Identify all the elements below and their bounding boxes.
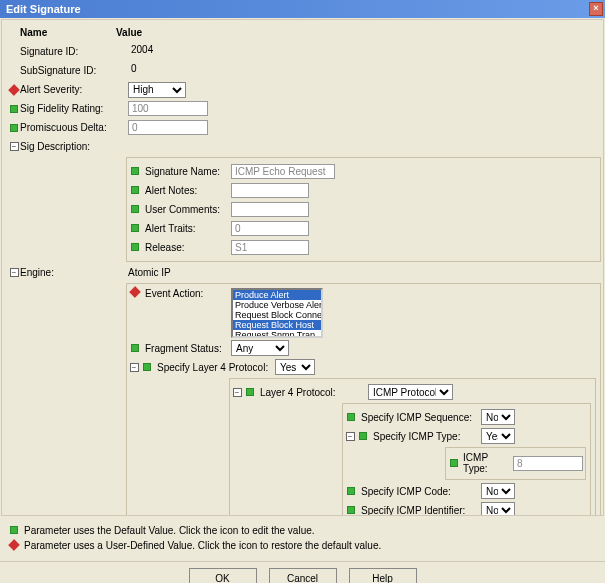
marker-default-icon[interactable] xyxy=(448,459,459,467)
marker-default-icon[interactable] xyxy=(345,506,357,514)
marker-user-icon xyxy=(8,541,20,549)
scroll-area[interactable]: Name Value Signature ID: 2004 SubSignatu… xyxy=(2,20,603,516)
input-icmp-type-value[interactable] xyxy=(513,456,583,471)
row-alert-notes: Alert Notes: xyxy=(129,181,598,199)
legend-user-text: Parameter uses a User-Defined Value. Cli… xyxy=(24,540,381,551)
value-signature-id: 2004 xyxy=(128,44,156,59)
marker-default-icon[interactable] xyxy=(129,224,141,232)
label-layer4-protocol: Layer 4 Protocol: xyxy=(260,387,368,398)
label-signature-name: Signature Name: xyxy=(145,166,231,177)
row-signature-name: Signature Name: xyxy=(129,162,598,180)
col-value: Value xyxy=(116,27,142,38)
marker-default-icon[interactable] xyxy=(129,243,141,251)
select-icmp-type[interactable]: Yes xyxy=(481,428,515,444)
row-l4-protocol: − Specify Layer 4 Protocol: Yes xyxy=(129,358,598,376)
value-subsignature-id: 0 xyxy=(128,63,140,78)
row-release: Release: xyxy=(129,238,598,256)
toggle-layer4-protocol[interactable]: − xyxy=(232,388,242,397)
marker-default-icon[interactable] xyxy=(357,432,369,440)
marker-default-icon[interactable] xyxy=(244,388,256,396)
column-header: Name Value xyxy=(8,24,603,43)
input-release[interactable] xyxy=(231,240,309,255)
help-button[interactable]: Help xyxy=(349,568,417,583)
select-l4-protocol[interactable]: Yes xyxy=(275,359,315,375)
legend-default-text: Parameter uses the Default Value. Click … xyxy=(24,525,315,536)
box-l4-protocol: − Layer 4 Protocol: ICMP Protocol Specif… xyxy=(229,378,596,516)
window-title: Edit Signature xyxy=(6,3,81,15)
label-alert-notes: Alert Notes: xyxy=(145,185,231,196)
ok-button[interactable]: OK xyxy=(189,568,257,583)
row-engine: − Engine: Atomic IP xyxy=(8,264,603,281)
label-event-action: Event Action: xyxy=(145,288,231,299)
legend: Parameter uses the Default Value. Click … xyxy=(0,517,605,559)
select-icmp-identifier[interactable]: No xyxy=(481,502,515,516)
label-alert-traits: Alert Traits: xyxy=(145,223,231,234)
row-icmp-code: Specify ICMP Code: No xyxy=(345,482,588,500)
row-fragment-status: Fragment Status: Any xyxy=(129,339,598,357)
list-item[interactable]: Produce Alert xyxy=(233,290,321,300)
input-alert-traits[interactable] xyxy=(231,221,309,236)
list-item[interactable]: Request Snmp Trap xyxy=(233,330,321,338)
label-subsignature-id: SubSignature ID: xyxy=(20,65,128,76)
label-release: Release: xyxy=(145,242,231,253)
list-item[interactable]: Request Block Connection xyxy=(233,310,321,320)
label-sfr: Sig Fidelity Rating: xyxy=(20,103,128,114)
label-icmp-sequence: Specify ICMP Sequence: xyxy=(361,412,481,423)
label-icmp-type-value: ICMP Type: xyxy=(463,452,513,474)
input-alert-notes[interactable] xyxy=(231,183,309,198)
input-sfr[interactable] xyxy=(128,101,208,116)
marker-default-icon[interactable] xyxy=(129,344,141,352)
marker-user-icon[interactable] xyxy=(129,288,141,296)
marker-default-icon[interactable] xyxy=(141,363,153,371)
box-icmp-type: ICMP Type: xyxy=(445,447,586,480)
label-alert-severity: Alert Severity: xyxy=(20,84,128,95)
titlebar: Edit Signature × xyxy=(0,0,605,18)
toggle-icmp-type[interactable]: − xyxy=(345,432,355,441)
select-fragment-status[interactable]: Any xyxy=(231,340,289,356)
input-user-comments[interactable] xyxy=(231,202,309,217)
label-signature-id: Signature ID: xyxy=(20,46,128,57)
row-sfr: Sig Fidelity Rating: xyxy=(8,100,603,117)
row-icmp-type-value: ICMP Type: xyxy=(448,452,583,474)
marker-default-icon[interactable] xyxy=(129,167,141,175)
label-prom-delta: Promiscuous Delta: xyxy=(20,122,128,133)
toggle-sig-description[interactable]: − xyxy=(8,142,20,151)
box-icmp-protocol: Specify ICMP Sequence: No − Specify ICMP… xyxy=(342,403,591,516)
marker-default-icon[interactable] xyxy=(345,413,357,421)
list-item[interactable]: Request Block Host xyxy=(233,320,321,330)
marker-user-icon[interactable] xyxy=(8,86,20,94)
legend-default: Parameter uses the Default Value. Click … xyxy=(8,523,597,537)
marker-default-icon[interactable] xyxy=(129,186,141,194)
close-icon[interactable]: × xyxy=(589,2,603,16)
label-icmp-identifier: Specify ICMP Identifier: xyxy=(361,505,481,516)
row-sig-description: − Sig Description: xyxy=(8,138,603,155)
col-name: Name xyxy=(8,27,116,38)
row-icmp-identifier: Specify ICMP Identifier: No xyxy=(345,501,588,516)
select-icmp-code[interactable]: No xyxy=(481,483,515,499)
marker-default-icon xyxy=(8,526,20,534)
cancel-button[interactable]: Cancel xyxy=(269,568,337,583)
select-icmp-sequence[interactable]: No xyxy=(481,409,515,425)
marker-default-icon[interactable] xyxy=(8,105,20,113)
content-area: Name Value Signature ID: 2004 SubSignatu… xyxy=(1,19,604,516)
input-prom-delta[interactable] xyxy=(128,120,208,135)
toggle-engine[interactable]: − xyxy=(8,268,20,277)
marker-default-icon[interactable] xyxy=(8,124,20,132)
button-bar: OK Cancel Help xyxy=(0,561,605,583)
value-engine: Atomic IP xyxy=(128,267,171,278)
listbox-event-action[interactable]: Produce Alert Produce Verbose Alert Requ… xyxy=(231,288,323,338)
marker-default-icon[interactable] xyxy=(345,487,357,495)
label-user-comments: User Comments: xyxy=(145,204,231,215)
marker-default-icon[interactable] xyxy=(129,205,141,213)
row-layer4-protocol: − Layer 4 Protocol: ICMP Protocol xyxy=(232,383,593,401)
label-icmp-type: Specify ICMP Type: xyxy=(373,431,481,442)
toggle-l4-protocol[interactable]: − xyxy=(129,363,139,372)
select-layer4-protocol[interactable]: ICMP Protocol xyxy=(368,384,453,400)
row-prom-delta: Promiscuous Delta: xyxy=(8,119,603,136)
label-l4-protocol: Specify Layer 4 Protocol: xyxy=(157,362,275,373)
row-user-comments: User Comments: xyxy=(129,200,598,218)
input-signature-name[interactable] xyxy=(231,164,335,179)
list-item[interactable]: Produce Verbose Alert xyxy=(233,300,321,310)
box-engine: Event Action: Produce Alert Produce Verb… xyxy=(126,283,601,516)
select-alert-severity[interactable]: High xyxy=(128,82,186,98)
